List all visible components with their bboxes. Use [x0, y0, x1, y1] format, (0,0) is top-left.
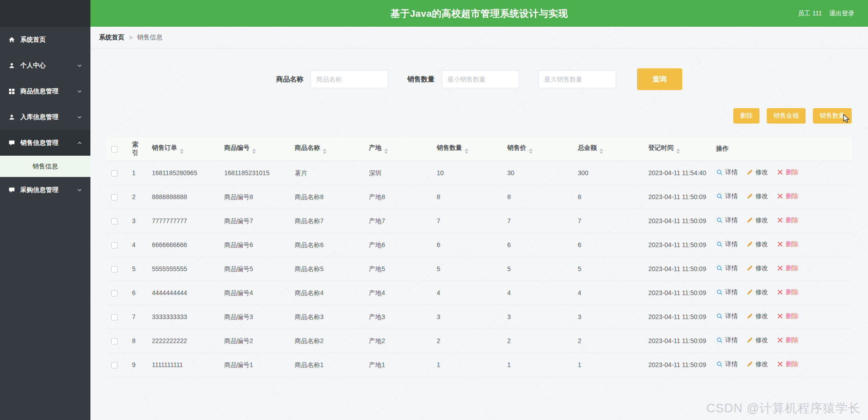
- edit-link[interactable]: 修改: [746, 167, 768, 177]
- row-checkbox[interactable]: [111, 338, 118, 344]
- sort-carets-icon[interactable]: [599, 148, 603, 154]
- sales-table-wrap: 索引 销售订单 商品编号 商品名称: [107, 137, 852, 377]
- row-checkbox[interactable]: [111, 194, 118, 200]
- edit-link[interactable]: 修改: [746, 239, 768, 248]
- delete-link[interactable]: 删除: [777, 359, 798, 368]
- edit-link[interactable]: 修改: [746, 287, 768, 296]
- cell-total: 4: [573, 281, 644, 305]
- edit-link[interactable]: 修改: [746, 359, 768, 368]
- column-header-price: 销售价: [503, 137, 573, 161]
- column-header-total: 总金额: [573, 137, 644, 161]
- sidebar-item-sales[interactable]: 销售信息管理: [0, 130, 90, 156]
- row-checkbox[interactable]: [111, 218, 118, 224]
- detail-link[interactable]: 详情: [716, 191, 738, 200]
- row-checkbox[interactable]: [111, 362, 118, 368]
- sort-carets-icon[interactable]: [676, 148, 680, 154]
- logout-link[interactable]: 退出登录: [829, 10, 854, 18]
- detail-link[interactable]: 详情: [716, 215, 738, 224]
- cell-name: 商品名称1: [290, 353, 364, 377]
- sort-carets-icon[interactable]: [323, 148, 326, 154]
- sort-carets-icon[interactable]: [180, 148, 184, 154]
- select-all-checkbox[interactable]: [111, 146, 118, 153]
- pencil-icon: [746, 289, 753, 296]
- row-checkbox[interactable]: [111, 290, 118, 296]
- sidebar-subitem-label: 销售信息: [33, 162, 58, 171]
- sidebar-item-inbound[interactable]: 入库信息管理: [0, 104, 90, 130]
- cell-actions: 详情 修改 删除: [712, 305, 852, 329]
- row-select-cell: [107, 257, 127, 281]
- cell-origin: 深圳: [364, 161, 432, 185]
- x-icon: [777, 217, 783, 224]
- cell-time: 2023-04-11 11:54:40: [644, 161, 712, 185]
- edit-link[interactable]: 修改: [746, 311, 768, 320]
- query-button[interactable]: 查询: [637, 68, 682, 90]
- max-sales-qty-input[interactable]: [538, 70, 616, 88]
- magnifier-icon: [716, 361, 723, 368]
- edit-link[interactable]: 修改: [746, 215, 768, 224]
- cell-index: 4: [127, 233, 147, 257]
- edit-link[interactable]: 修改: [746, 335, 768, 344]
- delete-link[interactable]: 删除: [777, 287, 798, 296]
- table-row: 7 3333333333 商品编号3 商品名称3 产地3 3 3 3 2023-…: [107, 305, 852, 329]
- row-checkbox[interactable]: [111, 314, 118, 320]
- detail-link[interactable]: 详情: [716, 311, 738, 320]
- cell-qty: 5: [432, 257, 503, 281]
- row-checkbox[interactable]: [111, 242, 118, 248]
- delete-link[interactable]: 删除: [777, 167, 798, 177]
- delete-link[interactable]: 删除: [777, 311, 798, 320]
- main-area: 基于Java的高校超市管理系统设计与实现 员工 111 退出登录 系统首页 > …: [90, 0, 868, 420]
- sidebar-item-home[interactable]: 系统首页: [0, 27, 90, 52]
- sort-carets-icon[interactable]: [465, 148, 468, 154]
- detail-link[interactable]: 详情: [716, 335, 738, 344]
- detail-link[interactable]: 详情: [716, 359, 738, 368]
- breadcrumb-current: 销售信息: [137, 33, 162, 42]
- sidebar-item-purchase[interactable]: 采购信息管理: [0, 177, 90, 203]
- cell-index: 5: [127, 257, 147, 281]
- content: 商品名称 销售数量 查询 删除 销售金额 销售数量: [90, 48, 868, 420]
- cell-name: 薯片: [290, 161, 364, 185]
- min-sales-qty-input[interactable]: [442, 70, 519, 88]
- row-select-cell: [107, 281, 127, 305]
- cell-code: 商品编号2: [220, 329, 290, 353]
- sales-quantity-button[interactable]: 销售数量: [813, 108, 852, 124]
- delete-button[interactable]: 删除: [733, 108, 760, 124]
- detail-link[interactable]: 详情: [716, 287, 738, 296]
- sidebar-item-products[interactable]: 商品信息管理: [0, 78, 90, 104]
- grid-icon: [8, 88, 15, 95]
- column-header-time: 登记时间: [644, 137, 712, 161]
- cell-actions: 详情 修改 删除: [712, 209, 852, 233]
- cell-price: 1: [503, 353, 573, 377]
- sort-carets-icon[interactable]: [252, 148, 256, 154]
- sidebar-item-profile[interactable]: 个人中心: [0, 52, 90, 78]
- cell-order: 8888888888: [147, 185, 220, 209]
- detail-link[interactable]: 详情: [716, 239, 738, 248]
- magnifier-icon: [716, 265, 723, 272]
- chevron-down-icon: [77, 115, 82, 120]
- sort-carets-icon[interactable]: [529, 148, 533, 154]
- cell-actions: 详情 修改 删除: [712, 161, 852, 185]
- cell-actions: 详情 修改 删除: [712, 257, 852, 281]
- delete-link[interactable]: 删除: [777, 335, 798, 344]
- row-select-cell: [107, 233, 127, 257]
- delete-link[interactable]: 删除: [777, 215, 798, 224]
- edit-link[interactable]: 修改: [746, 191, 768, 200]
- x-icon: [777, 337, 783, 344]
- cell-origin: 产地1: [364, 353, 432, 377]
- detail-link[interactable]: 详情: [716, 263, 738, 272]
- breadcrumb-home-link[interactable]: 系统首页: [99, 33, 124, 42]
- row-checkbox[interactable]: [111, 266, 118, 272]
- current-user-label: 员工 111: [798, 10, 822, 18]
- sales-amount-button[interactable]: 销售金额: [767, 108, 806, 124]
- row-select-cell: [107, 161, 127, 185]
- edit-link[interactable]: 修改: [746, 263, 768, 272]
- delete-link[interactable]: 删除: [777, 263, 798, 272]
- sidebar-subitem-sales-info[interactable]: 销售信息: [0, 156, 90, 177]
- sidebar-item-label: 入库信息管理: [20, 113, 58, 121]
- detail-link[interactable]: 详情: [716, 167, 738, 177]
- row-checkbox[interactable]: [111, 170, 118, 177]
- sort-carets-icon[interactable]: [384, 148, 388, 154]
- cell-total: 7: [573, 209, 644, 233]
- product-name-input[interactable]: [311, 70, 388, 88]
- delete-link[interactable]: 删除: [777, 239, 798, 248]
- delete-link[interactable]: 删除: [777, 191, 798, 200]
